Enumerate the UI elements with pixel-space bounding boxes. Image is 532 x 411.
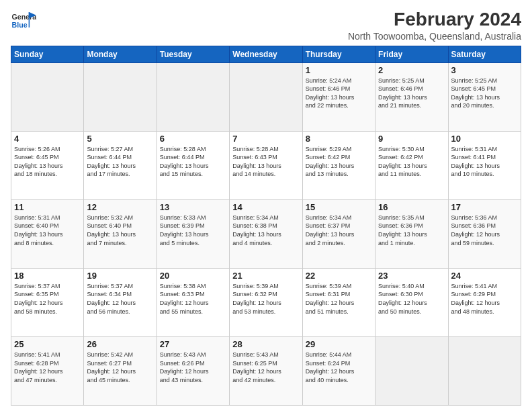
title-block: February 2024 North Toowoomba, Queenslan… — [348, 8, 521, 42]
day-info: Sunrise: 5:31 AM Sunset: 6:41 PM Dayligh… — [451, 145, 518, 179]
day-info: Sunrise: 5:41 AM Sunset: 6:29 PM Dayligh… — [451, 282, 518, 316]
day-info: Sunrise: 5:35 AM Sunset: 6:36 PM Dayligh… — [378, 214, 445, 247]
day-info: Sunrise: 5:38 AM Sunset: 6:33 PM Dayligh… — [160, 282, 226, 316]
dow-header-thursday: Thursday — [302, 46, 375, 62]
day-info: Sunrise: 5:24 AM Sunset: 6:46 PM Dayligh… — [306, 77, 372, 110]
calendar-table: SundayMondayTuesdayWednesdayThursdayFrid… — [11, 46, 521, 406]
location: North Toowoomba, Queensland, Australia — [348, 31, 521, 42]
svg-text:Blue: Blue — [12, 21, 28, 29]
day-number: 26 — [87, 339, 153, 349]
day-number: 11 — [14, 202, 81, 212]
day-number: 15 — [306, 202, 372, 212]
dow-header-tuesday: Tuesday — [157, 46, 229, 62]
calendar-cell — [11, 62, 84, 131]
calendar-cell: 27Sunrise: 5:43 AM Sunset: 6:26 PM Dayli… — [157, 336, 229, 405]
calendar-cell: 2Sunrise: 5:25 AM Sunset: 6:46 PM Daylig… — [375, 62, 448, 131]
calendar-cell: 10Sunrise: 5:31 AM Sunset: 6:41 PM Dayli… — [448, 131, 521, 199]
day-info: Sunrise: 5:43 AM Sunset: 6:25 PM Dayligh… — [232, 351, 299, 384]
day-number: 5 — [87, 134, 153, 144]
day-info: Sunrise: 5:39 AM Sunset: 6:32 PM Dayligh… — [232, 282, 299, 316]
day-number: 12 — [87, 202, 153, 212]
day-number: 3 — [451, 65, 518, 75]
day-number: 24 — [451, 271, 518, 281]
calendar-cell: 12Sunrise: 5:32 AM Sunset: 6:40 PM Dayli… — [84, 199, 157, 268]
day-number: 10 — [451, 134, 518, 144]
day-number: 17 — [451, 202, 518, 212]
dow-header-sunday: Sunday — [11, 46, 84, 62]
day-info: Sunrise: 5:40 AM Sunset: 6:30 PM Dayligh… — [378, 282, 445, 316]
day-number: 27 — [160, 339, 226, 349]
calendar-cell: 23Sunrise: 5:40 AM Sunset: 6:30 PM Dayli… — [375, 268, 448, 336]
day-number: 9 — [378, 134, 445, 144]
day-info: Sunrise: 5:42 AM Sunset: 6:27 PM Dayligh… — [87, 351, 153, 384]
calendar-cell: 29Sunrise: 5:44 AM Sunset: 6:24 PM Dayli… — [302, 336, 375, 405]
day-number: 21 — [232, 271, 299, 281]
day-info: Sunrise: 5:41 AM Sunset: 6:28 PM Dayligh… — [14, 351, 81, 384]
day-info: Sunrise: 5:29 AM Sunset: 6:42 PM Dayligh… — [306, 145, 372, 179]
day-info: Sunrise: 5:43 AM Sunset: 6:26 PM Dayligh… — [160, 351, 226, 384]
calendar-cell — [448, 336, 521, 405]
calendar-cell: 3Sunrise: 5:25 AM Sunset: 6:45 PM Daylig… — [448, 62, 521, 131]
day-info: Sunrise: 5:39 AM Sunset: 6:31 PM Dayligh… — [306, 282, 372, 316]
calendar-cell — [157, 62, 229, 131]
month-year: February 2024 — [348, 8, 521, 31]
day-info: Sunrise: 5:25 AM Sunset: 6:45 PM Dayligh… — [451, 77, 518, 110]
day-number: 28 — [232, 339, 299, 349]
calendar-cell — [84, 62, 157, 131]
day-info: Sunrise: 5:36 AM Sunset: 6:36 PM Dayligh… — [451, 214, 518, 247]
day-info: Sunrise: 5:27 AM Sunset: 6:44 PM Dayligh… — [87, 145, 153, 179]
calendar-cell: 24Sunrise: 5:41 AM Sunset: 6:29 PM Dayli… — [448, 268, 521, 336]
day-number: 7 — [232, 134, 299, 144]
calendar-cell: 17Sunrise: 5:36 AM Sunset: 6:36 PM Dayli… — [448, 199, 521, 268]
day-number: 4 — [14, 134, 81, 144]
calendar-cell: 18Sunrise: 5:37 AM Sunset: 6:35 PM Dayli… — [11, 268, 84, 336]
day-number: 13 — [160, 202, 226, 212]
day-info: Sunrise: 5:34 AM Sunset: 6:38 PM Dayligh… — [232, 214, 299, 247]
logo: General Blue — [11, 8, 36, 34]
calendar-cell — [375, 336, 448, 405]
day-info: Sunrise: 5:28 AM Sunset: 6:43 PM Dayligh… — [232, 145, 299, 179]
day-number: 6 — [160, 134, 226, 144]
day-info: Sunrise: 5:31 AM Sunset: 6:40 PM Dayligh… — [14, 214, 81, 247]
day-number: 8 — [306, 134, 372, 144]
day-info: Sunrise: 5:30 AM Sunset: 6:42 PM Dayligh… — [378, 145, 445, 179]
day-number: 18 — [14, 271, 81, 281]
day-info: Sunrise: 5:26 AM Sunset: 6:45 PM Dayligh… — [14, 145, 81, 179]
day-number: 14 — [232, 202, 299, 212]
day-number: 1 — [306, 65, 372, 75]
calendar-cell: 20Sunrise: 5:38 AM Sunset: 6:33 PM Dayli… — [157, 268, 229, 336]
day-info: Sunrise: 5:44 AM Sunset: 6:24 PM Dayligh… — [306, 351, 372, 384]
calendar-cell: 26Sunrise: 5:42 AM Sunset: 6:27 PM Dayli… — [84, 336, 157, 405]
calendar-cell: 13Sunrise: 5:33 AM Sunset: 6:39 PM Dayli… — [157, 199, 229, 268]
dow-header-monday: Monday — [84, 46, 157, 62]
day-number: 22 — [306, 271, 372, 281]
day-info: Sunrise: 5:25 AM Sunset: 6:46 PM Dayligh… — [378, 77, 445, 110]
calendar-cell: 15Sunrise: 5:34 AM Sunset: 6:37 PM Dayli… — [302, 199, 375, 268]
calendar-cell: 4Sunrise: 5:26 AM Sunset: 6:45 PM Daylig… — [11, 131, 84, 199]
day-info: Sunrise: 5:28 AM Sunset: 6:44 PM Dayligh… — [160, 145, 226, 179]
calendar-cell: 28Sunrise: 5:43 AM Sunset: 6:25 PM Dayli… — [230, 336, 302, 405]
day-number: 23 — [378, 271, 445, 281]
day-number: 16 — [378, 202, 445, 212]
day-info: Sunrise: 5:32 AM Sunset: 6:40 PM Dayligh… — [87, 214, 153, 247]
calendar-cell: 9Sunrise: 5:30 AM Sunset: 6:42 PM Daylig… — [375, 131, 448, 199]
day-number: 2 — [378, 65, 445, 75]
day-number: 19 — [87, 271, 153, 281]
calendar-cell — [230, 62, 302, 131]
calendar-cell: 8Sunrise: 5:29 AM Sunset: 6:42 PM Daylig… — [302, 131, 375, 199]
calendar-cell: 21Sunrise: 5:39 AM Sunset: 6:32 PM Dayli… — [230, 268, 302, 336]
calendar-cell: 19Sunrise: 5:37 AM Sunset: 6:34 PM Dayli… — [84, 268, 157, 336]
day-number: 25 — [14, 339, 81, 349]
calendar-cell: 6Sunrise: 5:28 AM Sunset: 6:44 PM Daylig… — [157, 131, 229, 199]
day-info: Sunrise: 5:37 AM Sunset: 6:34 PM Dayligh… — [87, 282, 153, 316]
calendar-cell: 14Sunrise: 5:34 AM Sunset: 6:38 PM Dayli… — [230, 199, 302, 268]
dow-header-wednesday: Wednesday — [230, 46, 302, 62]
dow-header-saturday: Saturday — [448, 46, 521, 62]
calendar-cell: 16Sunrise: 5:35 AM Sunset: 6:36 PM Dayli… — [375, 199, 448, 268]
calendar-cell: 25Sunrise: 5:41 AM Sunset: 6:28 PM Dayli… — [11, 336, 84, 405]
day-info: Sunrise: 5:37 AM Sunset: 6:35 PM Dayligh… — [14, 282, 81, 316]
calendar-cell: 11Sunrise: 5:31 AM Sunset: 6:40 PM Dayli… — [11, 199, 84, 268]
calendar-cell: 5Sunrise: 5:27 AM Sunset: 6:44 PM Daylig… — [84, 131, 157, 199]
logo-icon: General Blue — [11, 8, 36, 34]
day-number: 29 — [306, 339, 372, 349]
